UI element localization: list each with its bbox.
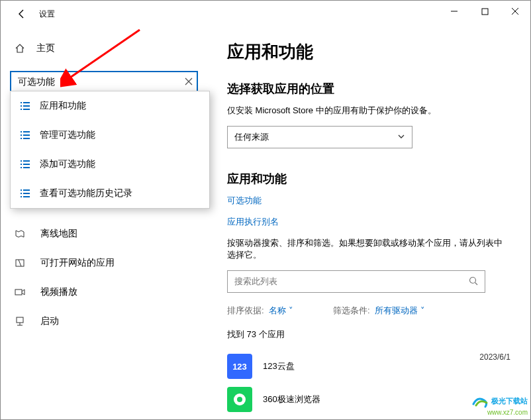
app-open-icon — [14, 257, 26, 269]
svg-rect-9 — [23, 131, 30, 132]
app-row[interactable]: 123 123云盘 2023/6/1 — [227, 350, 510, 383]
svg-rect-16 — [21, 164, 22, 165]
app-icon — [227, 387, 252, 412]
list-icon — [20, 130, 30, 140]
suggestion-label: 应用和功能 — [40, 100, 86, 112]
close-icon — [511, 7, 519, 15]
minimize-icon — [450, 7, 458, 15]
search-wrap — [10, 71, 198, 93]
svg-rect-6 — [21, 109, 22, 110]
suggestion-label: 添加可选功能 — [40, 158, 95, 170]
filter-label: 筛选条件: — [333, 305, 370, 315]
nav-website-apps[interactable]: 可打开网站的应用 — [1, 248, 207, 278]
search-placeholder: 搜索此列表 — [234, 276, 277, 288]
back-button[interactable] — [9, 1, 35, 27]
search-desc: 按驱动器搜索、排序和筛选。如果想要卸载或移动某个应用，请从列表中选择它。 — [227, 237, 510, 261]
nav-label: 启动 — [40, 315, 59, 327]
filter-control[interactable]: 筛选条件: 所有驱动器 ˅ — [333, 305, 425, 317]
svg-rect-20 — [21, 189, 22, 191]
suggestion-item[interactable]: 查看可选功能历史记录 — [11, 179, 209, 208]
app-alias-link[interactable]: 应用执行别名 — [227, 216, 510, 228]
page-title: 应用和功能 — [227, 40, 510, 64]
browser-icon — [232, 392, 248, 407]
sort-control[interactable]: 排序依据: 名称 ˅ — [227, 305, 293, 317]
section-title-source: 选择获取应用的位置 — [227, 81, 510, 97]
search-input[interactable] — [10, 71, 198, 93]
optional-features-link[interactable]: 可选功能 — [227, 195, 510, 207]
svg-point-31 — [470, 277, 476, 283]
maximize-icon — [481, 8, 489, 15]
svg-rect-22 — [21, 193, 22, 194]
suggestion-item[interactable]: 添加可选功能 — [11, 150, 209, 179]
app-date: 2023/6/1 — [479, 352, 510, 362]
svg-rect-11 — [23, 134, 30, 136]
suggestion-item[interactable]: 管理可选功能 — [11, 121, 209, 150]
found-count: 找到 73 个应用 — [227, 329, 510, 341]
select-value: 任何来源 — [234, 131, 269, 143]
svg-rect-14 — [21, 160, 22, 162]
x-icon — [185, 78, 193, 85]
search-suggestions: 应用和功能 管理可选功能 添加可选功能 查看可选功能历史记录 — [10, 91, 210, 209]
nav-offline-maps[interactable]: 离线地图 — [1, 219, 207, 248]
arrow-left-icon — [17, 9, 27, 19]
svg-rect-17 — [23, 164, 30, 165]
app-row[interactable]: 360极速浏览器 — [227, 383, 510, 416]
suggestion-label: 管理可选功能 — [40, 129, 95, 141]
app-source-select[interactable]: 任何来源 — [227, 126, 412, 148]
list-icon — [20, 188, 30, 199]
svg-point-34 — [237, 397, 242, 402]
maximize-button[interactable] — [469, 1, 500, 22]
svg-rect-18 — [21, 167, 22, 168]
minimize-button[interactable] — [439, 1, 469, 22]
sort-value: 名称 — [269, 305, 286, 315]
startup-icon — [14, 315, 26, 327]
svg-rect-1 — [482, 9, 488, 15]
app-list-search[interactable]: 搜索此列表 — [227, 270, 485, 293]
list-icon — [20, 101, 30, 111]
clear-search-button[interactable] — [185, 77, 193, 87]
list-icon — [20, 159, 30, 170]
svg-rect-28 — [17, 317, 23, 323]
section-title-apps: 应用和功能 — [227, 171, 510, 187]
section-desc: 仅安装 Microsoft Store 中的应用有助于保护你的设备。 — [227, 105, 510, 117]
sort-filter-row: 排序依据: 名称 ˅ 筛选条件: 所有驱动器 ˅ — [227, 305, 510, 317]
window-controls — [439, 1, 530, 22]
chevron-down-icon: ˅ — [289, 305, 293, 315]
video-icon — [14, 286, 26, 298]
home-icon — [14, 42, 26, 54]
suggestion-item[interactable]: 应用和功能 — [11, 91, 209, 121]
nav-startup[interactable]: 启动 — [1, 307, 207, 336]
svg-rect-7 — [23, 109, 30, 110]
home-label: 主页 — [36, 42, 55, 54]
svg-rect-21 — [23, 189, 30, 191]
nav-label: 视频播放 — [40, 286, 77, 298]
svg-rect-4 — [21, 105, 22, 107]
svg-rect-12 — [21, 138, 22, 139]
filter-value: 所有驱动器 — [375, 305, 418, 315]
sort-label: 排序依据: — [227, 305, 264, 315]
svg-rect-8 — [21, 131, 22, 132]
nav-list: 离线地图 可打开网站的应用 视频播放 启动 — [1, 219, 207, 336]
app-name: 123云盘 — [263, 360, 295, 372]
chevron-down-icon: ˅ — [420, 305, 425, 315]
close-button[interactable] — [500, 1, 530, 22]
title-bar: 设置 — [1, 1, 530, 27]
chevron-down-icon — [397, 132, 405, 142]
svg-rect-5 — [23, 105, 30, 107]
nav-label: 可打开网站的应用 — [40, 257, 115, 269]
svg-rect-23 — [23, 193, 30, 194]
svg-rect-10 — [21, 134, 22, 136]
svg-rect-24 — [21, 196, 22, 197]
window-title: 设置 — [39, 9, 55, 20]
home-row[interactable]: 主页 — [1, 35, 207, 62]
search-icon — [469, 276, 478, 288]
nav-label: 离线地图 — [40, 228, 77, 240]
sidebar: 主页 应用和功能 管理可选功能 添加可选功能 查看可 — [1, 27, 207, 419]
svg-rect-15 — [23, 160, 30, 162]
suggestion-label: 查看可选功能历史记录 — [40, 187, 132, 199]
nav-video-playback[interactable]: 视频播放 — [1, 278, 207, 307]
map-icon — [14, 228, 26, 240]
svg-rect-3 — [23, 102, 30, 103]
app-icon: 123 — [227, 354, 252, 379]
svg-rect-25 — [23, 196, 30, 197]
